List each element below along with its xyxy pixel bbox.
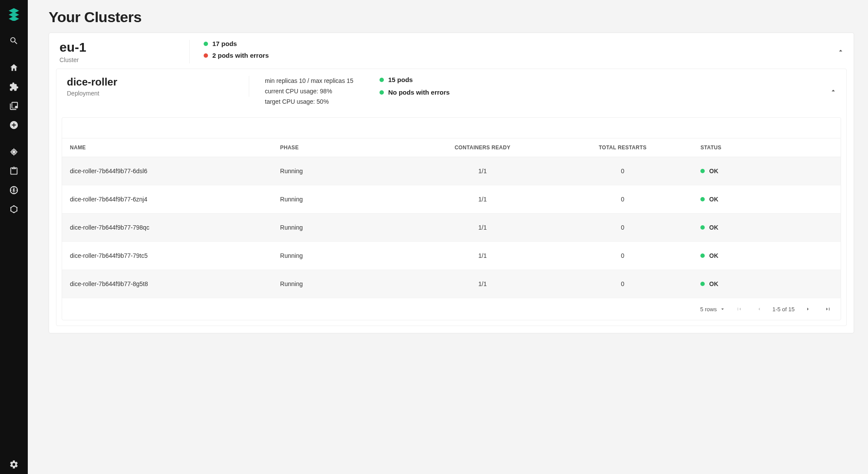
col-name[interactable]: NAME	[62, 138, 272, 157]
deployment-pods-err-text: No pods with errors	[388, 89, 450, 96]
status-dot-ok-icon	[700, 253, 705, 258]
sidebar: $	[0, 0, 28, 474]
rows-per-page-select[interactable]: 5 rows	[700, 306, 725, 313]
caret-down-icon	[719, 306, 726, 312]
main-content: Your Clusters eu-1 Cluster 17 pods 2 pod…	[28, 0, 868, 474]
status-dot-ok-icon	[700, 169, 705, 173]
deployment-details: min replicas 10 / max replicas 15 curren…	[249, 76, 380, 107]
page-range-label: 1-5 of 15	[772, 306, 795, 313]
pods-table: NAME PHASE CONTAINERS READY TOTAL RESTAR…	[62, 138, 841, 298]
cell-status: OK	[693, 214, 841, 242]
puzzle-icon[interactable]	[0, 77, 28, 96]
cluster-pods-ok-text: 17 pods	[212, 40, 237, 47]
cell-phase: Running	[272, 242, 413, 270]
svg-text:$: $	[13, 188, 15, 193]
cluster-pods-err: 2 pods with errors	[204, 52, 269, 59]
cell-name: dice-roller-7b644f9b77-6dsl6	[62, 157, 272, 185]
svg-point-6	[10, 210, 12, 211]
status-text: OK	[709, 252, 718, 259]
deployment-collapse-toggle[interactable]	[825, 83, 841, 99]
table-row[interactable]: dice-roller-7b644f9b77-8g5t8 Running 1/1…	[62, 270, 841, 298]
table-row[interactable]: dice-roller-7b644f9b77-6dsl6 Running 1/1…	[62, 157, 841, 185]
cell-name: dice-roller-7b644f9b77-79tc5	[62, 242, 272, 270]
cluster-label: Cluster	[59, 56, 179, 63]
status-dot-ok-icon	[700, 282, 705, 286]
search-icon[interactable]	[0, 31, 28, 50]
table-row[interactable]: dice-roller-7b644f9b77-798qc Running 1/1…	[62, 214, 841, 242]
cell-containers-ready: 1/1	[413, 242, 553, 270]
chevron-up-icon	[829, 87, 837, 95]
page-title: Your Clusters	[49, 9, 854, 26]
target-icon[interactable]	[0, 142, 28, 161]
cell-name: dice-roller-7b644f9b77-8g5t8	[62, 270, 272, 298]
cell-containers-ready: 1/1	[413, 157, 553, 185]
cell-name: dice-roller-7b644f9b77-6znj4	[62, 185, 272, 214]
cell-phase: Running	[272, 270, 413, 298]
table-row[interactable]: dice-roller-7b644f9b77-79tc5 Running 1/1…	[62, 242, 841, 270]
deployment-target-cpu: target CPU usage: 50%	[265, 97, 364, 107]
deployment-header: dice-roller Deployment min replicas 10 /…	[56, 69, 846, 112]
status-dot-ok-icon	[700, 225, 705, 230]
home-icon[interactable]	[0, 58, 28, 77]
deployment-pods-err: No pods with errors	[380, 89, 450, 96]
cell-total-restarts: 0	[553, 185, 693, 214]
deployment-name: dice-roller	[67, 76, 238, 88]
col-status[interactable]: STATUS	[693, 138, 841, 157]
cell-total-restarts: 0	[553, 157, 693, 185]
col-total-restarts[interactable]: TOTAL RESTARTS	[553, 138, 693, 157]
cost-icon[interactable]: $	[0, 181, 28, 200]
status-dot-ok-icon	[380, 78, 384, 82]
cell-status: OK	[693, 185, 841, 214]
pods-table-wrap: NAME PHASE CONTAINERS READY TOTAL RESTAR…	[62, 117, 841, 320]
add-icon[interactable]	[0, 115, 28, 135]
cell-total-restarts: 0	[553, 214, 693, 242]
cell-status: OK	[693, 157, 841, 185]
cell-phase: Running	[272, 185, 413, 214]
cell-status: OK	[693, 270, 841, 298]
svg-point-5	[17, 207, 18, 208]
status-text: OK	[709, 196, 718, 203]
cluster-header: eu-1 Cluster 17 pods 2 pods with errors	[49, 33, 854, 69]
svg-point-4	[10, 207, 12, 208]
table-toolbar	[62, 118, 841, 138]
svg-point-2	[13, 205, 15, 207]
svg-point-7	[17, 210, 18, 211]
first-page-button[interactable]	[733, 303, 746, 316]
cell-phase: Running	[272, 214, 413, 242]
settings-icon[interactable]	[0, 455, 28, 474]
docs-icon[interactable]	[0, 96, 28, 115]
status-text: OK	[709, 280, 718, 287]
rows-per-page-label: 5 rows	[700, 306, 716, 313]
cell-status: OK	[693, 242, 841, 270]
col-containers-ready[interactable]: CONTAINERS READY	[413, 138, 553, 157]
status-dot-err-icon	[204, 53, 208, 58]
clipboard-icon[interactable]	[0, 161, 28, 181]
table-row[interactable]: dice-roller-7b644f9b77-6znj4 Running 1/1…	[62, 185, 841, 214]
col-phase[interactable]: PHASE	[272, 138, 413, 157]
status-text: OK	[709, 224, 718, 231]
next-page-button[interactable]	[802, 303, 815, 316]
cell-name: dice-roller-7b644f9b77-798qc	[62, 214, 272, 242]
pagination: 5 rows 1-5 of 15	[62, 298, 841, 320]
cell-total-restarts: 0	[553, 242, 693, 270]
cell-containers-ready: 1/1	[413, 214, 553, 242]
deployment-current-cpu: current CPU usage: 98%	[265, 86, 364, 97]
chevron-up-icon	[837, 47, 845, 55]
graphql-icon[interactable]	[0, 200, 28, 219]
logo-icon	[7, 7, 21, 21]
cell-phase: Running	[272, 157, 413, 185]
cluster-card: eu-1 Cluster 17 pods 2 pods with errors	[49, 33, 854, 333]
svg-point-3	[13, 212, 15, 213]
cluster-collapse-toggle[interactable]	[833, 43, 848, 59]
status-text: OK	[709, 168, 718, 174]
deployment-label: Deployment	[67, 90, 238, 97]
prev-page-button[interactable]	[752, 303, 766, 316]
cluster-pods-ok: 17 pods	[204, 40, 269, 47]
cell-containers-ready: 1/1	[413, 270, 553, 298]
deployment-replicas: min replicas 10 / max replicas 15	[265, 76, 364, 86]
deployment-pods-ok-text: 15 pods	[388, 76, 413, 83]
status-dot-ok-icon	[204, 42, 208, 46]
last-page-button[interactable]	[822, 303, 835, 316]
cell-total-restarts: 0	[553, 270, 693, 298]
cell-containers-ready: 1/1	[413, 185, 553, 214]
